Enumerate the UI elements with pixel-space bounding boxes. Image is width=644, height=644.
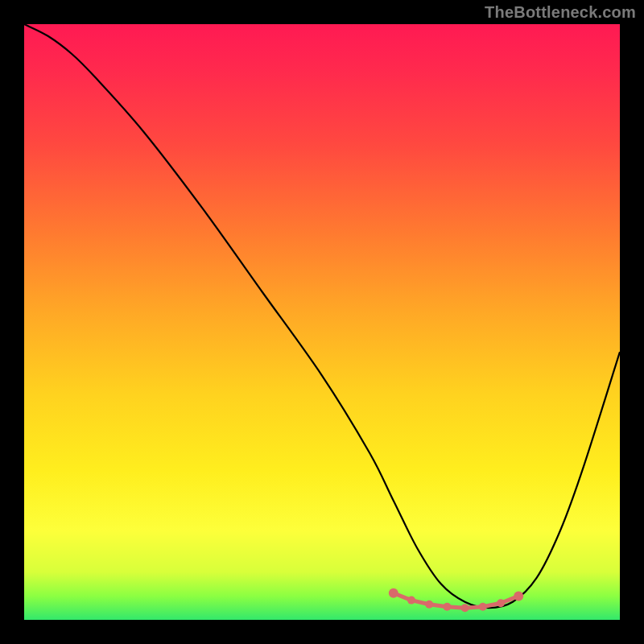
watermark-text: TheBottleneck.com [485,3,636,22]
highlight-dot [479,603,487,611]
highlight-dot [407,597,415,605]
bottleneck-curve [24,24,620,608]
chart-stage: TheBottleneck.com [0,0,644,644]
highlight-dot [514,591,523,601]
curve-svg [24,24,620,620]
highlight-dot [461,604,469,612]
gradient-plot-area [24,24,620,620]
highlight-dot [425,601,433,609]
highlight-dot [389,588,398,598]
highlight-dot [497,599,505,607]
highlight-dot [443,603,451,611]
highlight-markers-group [389,588,523,613]
